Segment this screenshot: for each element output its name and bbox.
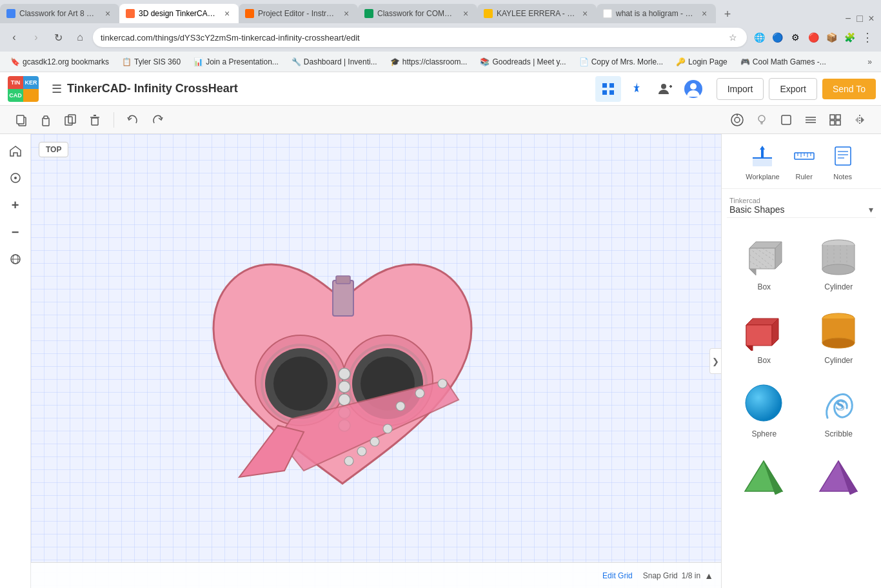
- tinkercad-logo[interactable]: TIN KER CAD: [0, 76, 46, 102]
- notes-icon: [830, 143, 856, 169]
- back-button[interactable]: ‹: [5, 28, 23, 46]
- shape-item-pyramid-green[interactable]: [729, 449, 799, 508]
- tab3-close[interactable]: ×: [341, 8, 351, 19]
- header-btn-person-plus[interactable]: [652, 76, 678, 102]
- workplane-tool[interactable]: Workplane: [746, 142, 779, 181]
- bookmark-dashboard[interactable]: 🔧 Dashboard | Inventi...: [286, 56, 382, 68]
- group-button[interactable]: [824, 109, 846, 131]
- tab5-close[interactable]: ×: [580, 8, 590, 19]
- cylinder-grey-label: Cylinder: [824, 282, 853, 291]
- camera-tool-button[interactable]: [726, 109, 748, 131]
- workplane-label: Workplane: [746, 173, 779, 181]
- bookmark-login[interactable]: 🔑 Login Page: [671, 56, 733, 68]
- header-btn-account[interactable]: [680, 76, 706, 102]
- model-container[interactable]: [175, 193, 510, 529]
- ext-icon-4[interactable]: 🔴: [805, 29, 822, 46]
- tab4-title: Classwork for COMPUT...: [377, 9, 457, 18]
- send-to-button[interactable]: Send To: [822, 79, 876, 99]
- tab-kaylee[interactable]: KAYLEE ERRERA - STE... ×: [477, 4, 597, 23]
- left-sidebar: + −: [0, 134, 31, 588]
- header-btn-grid[interactable]: [595, 76, 621, 102]
- tab-google-search[interactable]: what is a holigram - Go... ×: [597, 4, 716, 23]
- close-window-button[interactable]: ×: [867, 14, 876, 23]
- bookmark-goodreads-label: Goodreads | Meet y...: [492, 57, 566, 66]
- redo-button[interactable]: [146, 109, 168, 131]
- tab1-close[interactable]: ×: [103, 8, 113, 19]
- bookmark-classroom[interactable]: 🎓 https://classroom...: [385, 56, 473, 68]
- canvas-collapse-button[interactable]: ❯: [709, 348, 721, 374]
- svg-point-36: [14, 177, 17, 179]
- hamburger-icon[interactable]: ☰: [52, 82, 62, 96]
- tab6-close[interactable]: ×: [699, 8, 709, 19]
- reload-button[interactable]: ↻: [49, 28, 67, 46]
- header-btn-build[interactable]: [624, 76, 649, 102]
- cylinder-grey-icon: [813, 233, 864, 279]
- fit-view-button[interactable]: [4, 166, 27, 190]
- address-input[interactable]: tinkercad.com/things/dYS3cY2zmSm-tinkerc…: [93, 28, 747, 47]
- import-button[interactable]: Import: [717, 78, 764, 100]
- tab4-close[interactable]: ×: [460, 8, 471, 19]
- home-view-button[interactable]: [4, 139, 27, 162]
- shape-outline-icon: [779, 113, 793, 127]
- new-tab-button[interactable]: +: [718, 5, 737, 23]
- mirror-button[interactable]: [849, 109, 871, 131]
- ruler-tool[interactable]: Ruler: [790, 142, 818, 181]
- ext-icon-2[interactable]: 🔵: [769, 29, 786, 46]
- box-red-icon: [738, 307, 790, 352]
- ext-icon-1[interactable]: 🌐: [751, 29, 767, 46]
- bookmarks-more[interactable]: »: [864, 56, 876, 68]
- snap-arrow-icon[interactable]: ▲: [704, 571, 713, 581]
- notes-tool[interactable]: Notes: [829, 142, 857, 181]
- zoom-in-button[interactable]: +: [4, 193, 27, 217]
- bookmark-copy-mrs[interactable]: 📄 Copy of Mrs. Morle...: [574, 56, 668, 68]
- tab-classwork-compute[interactable]: Classwork for COMPUT... ×: [358, 4, 477, 23]
- tab-project-editor[interactable]: Project Editor - Instruct... ×: [239, 4, 358, 23]
- perspective-button[interactable]: [4, 248, 27, 271]
- ext-icon-6[interactable]: 🧩: [841, 29, 858, 46]
- bookmark-gcasdk-favicon: 🔖: [10, 57, 20, 66]
- bookmark-coolmath[interactable]: 🎮 Cool Math Games -...: [735, 56, 831, 68]
- shape-item-cylinder-orange[interactable]: Cylinder: [804, 302, 874, 370]
- delete-shape-button[interactable]: [84, 109, 106, 131]
- project-title: TinkerCAD- Infinity CrossHeart: [67, 82, 238, 95]
- maximize-button[interactable]: □: [855, 14, 864, 23]
- bookmark-join[interactable]: 📊 Join a Presentation...: [188, 56, 284, 68]
- align-button[interactable]: [800, 109, 822, 131]
- ext-icon-5[interactable]: 📦: [823, 29, 840, 46]
- light-tool-button[interactable]: [751, 109, 773, 131]
- export-button[interactable]: Export: [769, 78, 817, 100]
- notes-label: Notes: [833, 173, 852, 181]
- shape-item-sphere-blue[interactable]: Sphere: [729, 375, 799, 444]
- toolbar: [0, 106, 881, 134]
- shape-outline-button[interactable]: [775, 109, 797, 131]
- duplicate-shape-button[interactable]: [59, 109, 81, 131]
- copy-shape-button[interactable]: [10, 109, 32, 131]
- shape-item-box-red[interactable]: Box: [729, 302, 799, 370]
- home-button[interactable]: ⌂: [71, 28, 89, 46]
- zoom-out-button[interactable]: −: [4, 220, 27, 244]
- ext-icon-3[interactable]: ⚙: [787, 29, 804, 46]
- tab-tinkercad[interactable]: 3D design TinkerCAD-... ×: [119, 4, 239, 23]
- shape-item-pyramid-purple[interactable]: [804, 449, 874, 508]
- svg-marker-33: [855, 117, 858, 123]
- shape-item-cylinder-grey[interactable]: Cylinder: [804, 228, 874, 297]
- tab6-title: what is a holigram - Go...: [616, 9, 695, 18]
- shapes-category[interactable]: Tinkercad Basic Shapes ▾: [722, 189, 881, 588]
- star-icon[interactable]: ☆: [726, 31, 739, 44]
- minimize-button[interactable]: −: [844, 14, 853, 23]
- chrome-menu[interactable]: ⋮: [859, 29, 876, 46]
- forward-button[interactable]: ›: [27, 28, 45, 46]
- shape-item-scribble[interactable]: S S Scribble: [804, 375, 874, 444]
- svg-rect-66: [753, 157, 772, 166]
- undo-button[interactable]: [122, 109, 144, 131]
- bookmark-tyler[interactable]: 📋 Tyler SIS 360: [117, 56, 186, 68]
- tab2-close[interactable]: ×: [222, 8, 232, 19]
- tab-classwork-art[interactable]: Classwork for Art 8 Pe... ×: [0, 4, 119, 23]
- category-arrow-icon[interactable]: ▾: [869, 204, 873, 215]
- bookmark-goodreads[interactable]: 📚 Goodreads | Meet y...: [475, 56, 571, 68]
- edit-grid-label[interactable]: Edit Grid: [602, 571, 633, 580]
- shape-item-box-grey[interactable]: Box: [729, 228, 799, 297]
- bookmark-gcasdk[interactable]: 🔖 gcasdk12.org bookmarks: [5, 56, 114, 68]
- ruler-label: Ruler: [796, 173, 813, 181]
- paste-shape-button[interactable]: [35, 109, 57, 131]
